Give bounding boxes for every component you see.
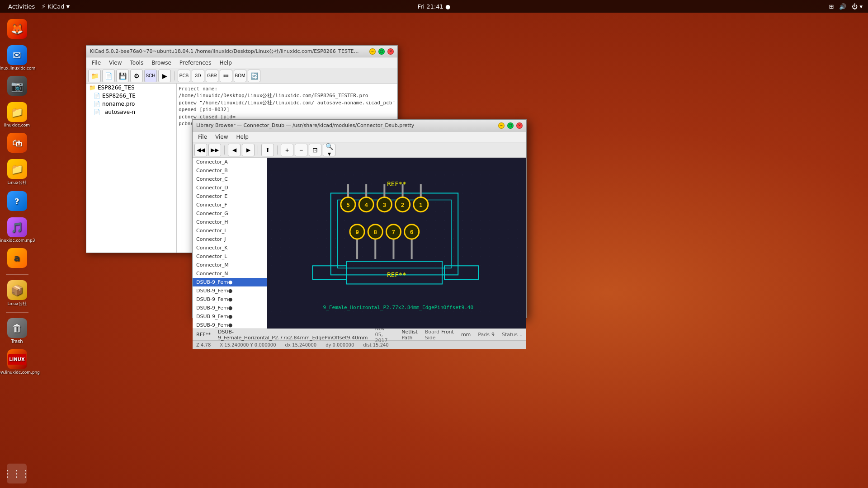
lib-menubar: File View Help [193, 131, 526, 142]
tb-schematic-btn[interactable]: SCH [144, 70, 157, 82]
status-name-value: DSUB-9_Female_Horizontal_P2.77x2.84mm_Ed… [218, 329, 368, 341]
lib-item-16[interactable]: DSUB-9_Fem● [193, 295, 267, 304]
tb-gerber-btn[interactable]: GBR [206, 70, 218, 82]
tb-save-btn[interactable]: 💾 [116, 70, 129, 82]
archive-icon: 📦 [7, 280, 27, 300]
kicad-menubar: File View Tools Browse Preferences Help [86, 57, 397, 68]
lib-item-10[interactable]: Connector_K [193, 244, 267, 252]
tb-bom-btn[interactable]: BOM [234, 70, 246, 82]
lib-item-13[interactable]: Connector_N [193, 269, 267, 278]
tb-3d-btn[interactable]: 3D [192, 70, 204, 82]
menu-file[interactable]: File [88, 59, 104, 67]
dock-item-linux-folder[interactable]: 📁 Linux公社 [2, 157, 32, 188]
menu-view[interactable]: View [105, 59, 125, 67]
dock-item-archive[interactable]: 📦 Linux公社 [2, 278, 32, 309]
lib-browser-toolbar: ◀◀ ▶▶ ◀ ▶ ⬆ + − ⊡ 🔍 ▾ [193, 142, 526, 158]
menu-tools[interactable]: Tools [127, 59, 147, 67]
music-icon: 🎵 [7, 217, 27, 237]
lib-item-18[interactable]: DSUB-9_Fem● [193, 312, 267, 321]
lib-item-0[interactable]: Connector_A [193, 158, 267, 166]
lib-item-15[interactable]: DSUB-9_Fem● [193, 286, 267, 295]
tree-root-icon: 📁 [89, 84, 96, 91]
kicad-close-btn[interactable]: ✕ [387, 48, 394, 55]
kicad-app-label[interactable]: ⚡ KiCad ▼ [41, 3, 70, 10]
dock-item-kicad-png[interactable]: LINUX www.linuxidc.com.png [2, 347, 32, 376]
lib-tb-next-lib[interactable]: ▶▶ [208, 144, 221, 156]
lib-item-11[interactable]: Connector_L [193, 252, 267, 261]
dock-item-help[interactable]: ? [2, 189, 32, 214]
tb-calc-btn[interactable]: ≡≡ [220, 70, 232, 82]
status-status-value: .. [519, 332, 523, 338]
volume-icon: 🔊 [839, 3, 846, 10]
lib-browser-content: Connector_A Connector_B Connector_C Conn… [193, 158, 526, 328]
lib-tb-export[interactable]: ⬆ [261, 144, 274, 156]
lib-tb-zoom-fit[interactable]: ⊡ [309, 144, 321, 156]
kicad-minimize-btn[interactable]: ─ [369, 48, 376, 55]
tb-settings-btn[interactable]: ⚙ [130, 70, 143, 82]
lib-item-2[interactable]: Connector_C [193, 175, 267, 183]
lib-tb-zoom-in[interactable]: + [281, 144, 293, 156]
lib-tb-zoom-select[interactable]: 🔍 ▾ [323, 144, 335, 156]
status-status-field: Status .. [502, 332, 523, 338]
lib-tb-prev-lib[interactable]: ◀◀ [194, 144, 207, 156]
svg-text:2: 2 [401, 202, 404, 208]
dock-item-shop[interactable]: 🛍 [2, 131, 32, 155]
lib-item-5[interactable]: Connector_F [193, 201, 267, 209]
lib-item-selected[interactable]: DSUB-9_Fem● [193, 278, 267, 286]
lib-toolbar-sep2 [258, 145, 258, 155]
tb-refresh-btn[interactable]: 🔄 [248, 70, 260, 82]
lib-tb-next-comp[interactable]: ▶ [242, 144, 255, 156]
lib-item-19[interactable]: DSUB-9_Fem● [193, 321, 267, 328]
firefox-icon: 🦊 [7, 19, 27, 39]
dock-item-camera[interactable]: 📷 [2, 74, 32, 99]
tb-new-btn[interactable]: 📄 [102, 70, 115, 82]
lib-item-1[interactable]: Connector_B [193, 166, 267, 175]
dock-music-label: linuxidc.com.mp3 [0, 238, 35, 243]
lib-minimize-btn[interactable]: ─ [498, 122, 505, 129]
tree-item-noname[interactable]: 📄 noname.pro [86, 100, 176, 108]
dock-item-files[interactable]: 📁 linuxidc.com [2, 100, 32, 129]
lib-item-17[interactable]: DSUB-9_Fem● [193, 304, 267, 312]
tb-folder-btn[interactable]: 📁 [88, 70, 101, 82]
dock-item-amazon[interactable]: a [2, 246, 32, 271]
network-icon: ⊞ [829, 3, 834, 10]
lib-item-9[interactable]: Connector_J [193, 235, 267, 244]
status-boardside-field: Board Side Front [425, 329, 454, 341]
lib-item-12[interactable]: Connector_M [193, 261, 267, 269]
lib-item-3[interactable]: Connector_D [193, 183, 267, 192]
activities-button[interactable]: Activities [5, 2, 38, 11]
tree-item-autosave[interactable]: 📄 _autosave-n [86, 108, 176, 116]
lib-menu-help[interactable]: Help [233, 133, 252, 141]
lib-item-7[interactable]: Connector_H [193, 218, 267, 226]
svg-text:9: 9 [355, 229, 359, 235]
dock-separator [6, 274, 28, 275]
shop-icon: 🛍 [7, 133, 27, 153]
dock-item-email[interactable]: ✉ linux.linuxidc.com [2, 43, 32, 72]
lib-maximize-btn[interactable]: □ [507, 122, 514, 129]
lib-close-btn[interactable]: ✕ [516, 122, 523, 129]
menu-preferences[interactable]: Preferences [176, 59, 215, 67]
kicad-maximize-btn[interactable]: □ [378, 48, 385, 55]
tb-pcb-btn[interactable]: PCB [178, 70, 190, 82]
svg-text:6: 6 [410, 229, 413, 235]
lib-menu-view[interactable]: View [212, 133, 231, 141]
lib-component-list: Connector_A Connector_B Connector_C Conn… [193, 158, 267, 328]
lib-toolbar-sep1 [224, 145, 225, 155]
tree-item-esp[interactable]: 📄 ESP8266_TE [86, 92, 176, 100]
menu-help[interactable]: Help [216, 59, 235, 67]
dock-item-music[interactable]: 🎵 linuxidc.com.mp3 [2, 216, 32, 244]
tree-root[interactable]: 📁 ESP8266_TES [86, 84, 176, 92]
dock-item-firefox[interactable]: 🦊 [2, 17, 32, 42]
menu-browse[interactable]: Browse [148, 59, 175, 67]
dock-item-trash[interactable]: 🗑 Trash [2, 316, 32, 346]
lib-menu-file[interactable]: File [194, 133, 211, 141]
power-icon[interactable]: ⏻ ▾ [852, 3, 863, 10]
lib-item-4[interactable]: Connector_E [193, 192, 267, 201]
status-name-field: DSUB-9_Female_Horizontal_P2.77x2.84mm_Ed… [218, 329, 368, 341]
linux-folder-icon: 📁 [7, 159, 27, 179]
lib-tb-zoom-out[interactable]: − [295, 144, 307, 156]
lib-tb-prev-comp[interactable]: ◀ [228, 144, 241, 156]
tb-simulate-btn[interactable]: ▶ [158, 70, 171, 82]
lib-item-6[interactable]: Connector_G [193, 209, 267, 218]
lib-item-8[interactable]: Connector_I [193, 226, 267, 235]
